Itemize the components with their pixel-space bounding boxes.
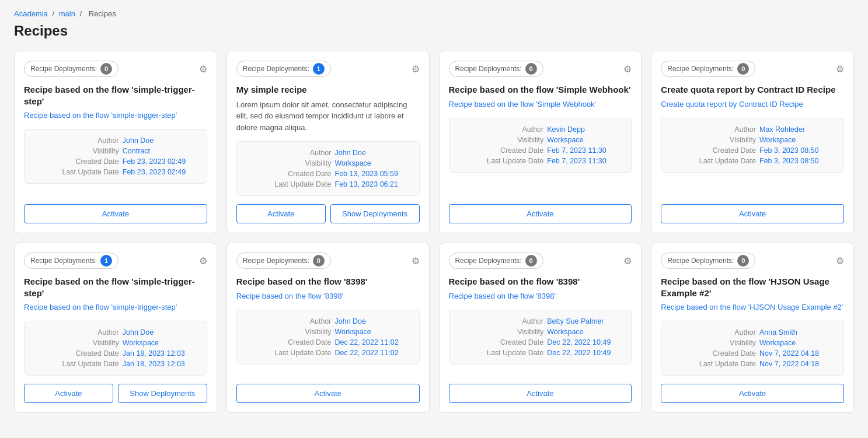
meta-visibility-row: Visibility Workspace bbox=[245, 159, 411, 167]
meta-author-row: Author Kevin Depp bbox=[458, 125, 623, 134]
activate-button[interactable]: Activate bbox=[449, 204, 632, 223]
card-actions: Activate Show Deployments bbox=[24, 384, 207, 403]
card-subtitle: Recipe based on the flow 'simple-trigger… bbox=[24, 302, 207, 313]
gear-icon[interactable]: ⚙ bbox=[623, 255, 632, 267]
updated-label: Last Update Date bbox=[692, 360, 756, 368]
visibility-value: Workspace bbox=[759, 339, 835, 347]
deployments-badge: Recipe Deployments: 0 bbox=[449, 253, 543, 269]
meta-visibility-row: Visibility Workspace bbox=[670, 136, 835, 144]
created-value: Feb 3, 2023 08:50 bbox=[759, 146, 835, 155]
visibility-value: Workspace bbox=[547, 328, 623, 336]
meta-updated-row: Last Update Date Feb 7, 2023 11:30 bbox=[458, 157, 623, 165]
author-value: Anna Smith bbox=[759, 328, 835, 337]
activate-button[interactable]: Activate bbox=[24, 204, 207, 223]
gear-icon[interactable]: ⚙ bbox=[412, 64, 420, 75]
card-title: My simple recipe bbox=[236, 84, 420, 96]
visibility-label: Visibility bbox=[479, 136, 543, 144]
visibility-label: Visibility bbox=[55, 339, 119, 347]
gear-icon[interactable]: ⚙ bbox=[199, 64, 207, 75]
updated-label: Last Update Date bbox=[267, 180, 332, 188]
card-subtitle: Recipe based on the flow 'Simple Webhook… bbox=[449, 99, 632, 110]
deployments-badge: Recipe Deployments: 1 bbox=[236, 61, 331, 77]
deployments-badge: Recipe Deployments: 0 bbox=[661, 253, 755, 269]
created-value: Dec 22, 2022 11:02 bbox=[335, 338, 411, 346]
created-label: Created Date bbox=[479, 338, 543, 346]
created-value: Feb 7, 2023 11:30 bbox=[547, 146, 623, 155]
activate-button[interactable]: Activate bbox=[236, 384, 420, 403]
meta-created-row: Created Date Feb 7, 2023 11:30 bbox=[458, 146, 623, 155]
author-label: Author bbox=[55, 328, 119, 337]
created-value: Nov 7, 2022 04:18 bbox=[759, 349, 835, 358]
visibility-value: Workspace bbox=[123, 339, 198, 347]
card-1: Recipe Deployments: 0 ⚙ Recipe based on … bbox=[14, 51, 217, 233]
author-value: John Doe bbox=[335, 149, 411, 157]
gear-icon[interactable]: ⚙ bbox=[836, 64, 844, 75]
breadcrumb-academia[interactable]: Academia bbox=[14, 9, 48, 18]
breadcrumb: Academia / main / Recipes bbox=[14, 9, 854, 18]
deployments-count: 1 bbox=[100, 255, 112, 267]
visibility-value: Workspace bbox=[547, 136, 623, 144]
card-meta: Author John Doe Visibility Contract Crea… bbox=[24, 129, 207, 184]
visibility-value: Workspace bbox=[335, 159, 411, 167]
author-label: Author bbox=[267, 149, 332, 157]
meta-visibility-row: Visibility Workspace bbox=[245, 328, 411, 336]
meta-author-row: Author Anna Smith bbox=[670, 328, 835, 337]
visibility-label: Visibility bbox=[267, 328, 332, 336]
card-meta: Author Anna Smith Visibility Workspace C… bbox=[661, 321, 844, 376]
visibility-value: Workspace bbox=[759, 136, 835, 144]
card-5: Recipe Deployments: 1 ⚙ Recipe based on … bbox=[14, 243, 217, 413]
deployments-count: 0 bbox=[525, 255, 537, 267]
created-label: Created Date bbox=[55, 349, 119, 358]
updated-value: Nov 7, 2022 04:18 bbox=[759, 360, 835, 368]
deployments-label: Recipe Deployments: bbox=[30, 65, 97, 73]
card-meta: Author John Doe Visibility Workspace Cre… bbox=[24, 321, 207, 376]
activate-button[interactable]: Activate bbox=[661, 204, 844, 223]
meta-created-row: Created Date Dec 22, 2022 10:49 bbox=[458, 338, 623, 346]
author-label: Author bbox=[479, 125, 543, 134]
created-label: Created Date bbox=[479, 146, 543, 155]
author-value: Betty Sue Palmer bbox=[547, 317, 623, 325]
activate-button[interactable]: Activate bbox=[661, 384, 844, 403]
deployments-label: Recipe Deployments: bbox=[243, 257, 309, 265]
updated-label: Last Update Date bbox=[692, 157, 756, 165]
meta-visibility-row: Visibility Workspace bbox=[670, 339, 835, 347]
author-value: John Doe bbox=[335, 317, 411, 325]
activate-button[interactable]: Activate bbox=[449, 384, 632, 403]
card-title: Recipe based on the flow 'simple-trigger… bbox=[24, 84, 207, 107]
deployments-badge: Recipe Deployments: 0 bbox=[236, 253, 331, 269]
deployments-count: 1 bbox=[313, 63, 325, 75]
created-value: Dec 22, 2022 10:49 bbox=[547, 338, 623, 346]
gear-icon[interactable]: ⚙ bbox=[412, 255, 420, 267]
card-actions: Activate Show Deployments bbox=[236, 204, 420, 223]
activate-button[interactable]: Activate bbox=[24, 384, 113, 403]
updated-label: Last Update Date bbox=[267, 349, 332, 357]
show-deployments-button[interactable]: Show Deployments bbox=[118, 384, 207, 403]
card-actions: Activate bbox=[24, 204, 207, 223]
visibility-value: Workspace bbox=[335, 328, 411, 336]
gear-icon[interactable]: ⚙ bbox=[836, 255, 844, 267]
visibility-label: Visibility bbox=[479, 328, 543, 336]
card-8: Recipe Deployments: 0 ⚙ Recipe based on … bbox=[651, 243, 854, 413]
meta-author-row: Author John Doe bbox=[33, 328, 198, 337]
activate-button[interactable]: Activate bbox=[236, 204, 326, 223]
gear-icon[interactable]: ⚙ bbox=[199, 255, 207, 267]
deployments-label: Recipe Deployments: bbox=[667, 257, 734, 265]
show-deployments-button[interactable]: Show Deployments bbox=[330, 204, 420, 223]
card-meta: Author Kevin Depp Visibility Workspace C… bbox=[449, 118, 632, 173]
breadcrumb-main[interactable]: main bbox=[59, 9, 75, 18]
card-actions: Activate bbox=[661, 384, 844, 403]
card-subtitle: Create quota report by Contract ID Recip… bbox=[661, 99, 844, 110]
gear-icon[interactable]: ⚙ bbox=[623, 64, 632, 75]
author-label: Author bbox=[55, 136, 119, 145]
card-meta: Author Betty Sue Palmer Visibility Works… bbox=[449, 310, 632, 365]
card-header: Recipe Deployments: 0 ⚙ bbox=[236, 253, 420, 269]
author-value: John Doe bbox=[123, 136, 198, 145]
author-label: Author bbox=[692, 125, 756, 134]
meta-visibility-row: Visibility Workspace bbox=[33, 339, 198, 347]
card-header: Recipe Deployments: 0 ⚙ bbox=[24, 61, 207, 77]
card-header: Recipe Deployments: 0 ⚙ bbox=[449, 61, 632, 77]
card-title: Recipe based on the flow '8398' bbox=[236, 276, 420, 288]
meta-updated-row: Last Update Date Nov 7, 2022 04:18 bbox=[670, 360, 835, 368]
meta-author-row: Author John Doe bbox=[245, 149, 411, 157]
created-label: Created Date bbox=[55, 157, 119, 166]
